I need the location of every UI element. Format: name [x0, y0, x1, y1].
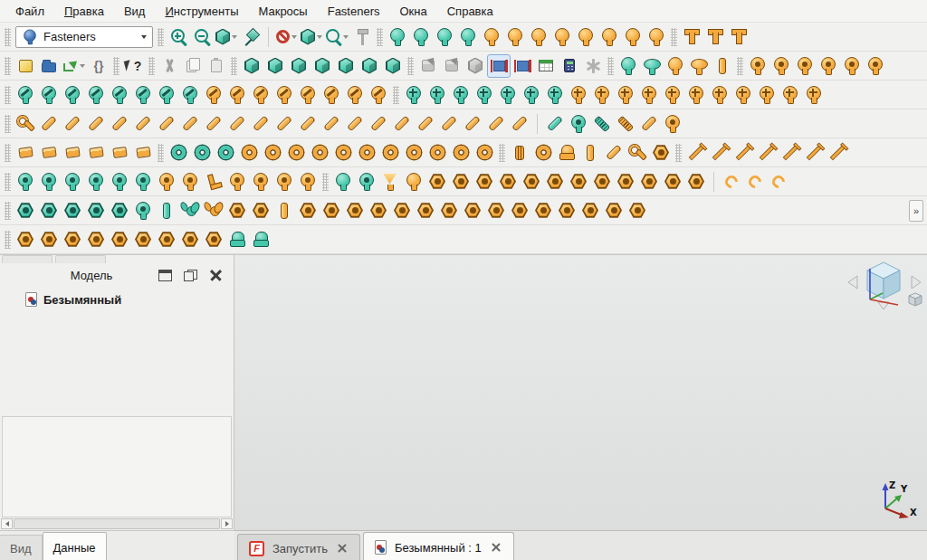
- rod-icon[interactable]: [711, 54, 734, 78]
- pin-icon[interactable]: [37, 112, 61, 136]
- nail-icon[interactable]: [731, 141, 755, 165]
- washer-icon[interactable]: [308, 141, 331, 165]
- nut-icon[interactable]: [414, 199, 437, 223]
- toolbar-drag-handle[interactable]: [231, 57, 237, 75]
- nut-icon[interactable]: [37, 228, 61, 252]
- dome-icon[interactable]: [456, 25, 480, 49]
- nut-icon[interactable]: [84, 228, 108, 252]
- slot-icon[interactable]: [178, 83, 202, 107]
- washer-icon[interactable]: [425, 141, 449, 165]
- nut-icon[interactable]: [649, 141, 673, 165]
- toolbar-drag-handle[interactable]: [5, 115, 11, 133]
- nail-icon[interactable]: [684, 141, 708, 165]
- socket-icon[interactable]: [108, 170, 131, 194]
- pin-icon[interactable]: [155, 112, 178, 136]
- toolbar-drag-handle[interactable]: [393, 86, 399, 104]
- cube-icon[interactable]: [287, 54, 311, 78]
- cube-icon[interactable]: [240, 54, 263, 78]
- nail-icon[interactable]: [802, 141, 826, 165]
- socket-icon[interactable]: [817, 54, 840, 78]
- washer-icon[interactable]: [190, 141, 214, 165]
- slot-icon[interactable]: [202, 83, 225, 107]
- tree-item-document[interactable]: Безымянный: [25, 292, 234, 307]
- newdoc-icon[interactable]: [14, 54, 37, 78]
- socket-icon[interactable]: [661, 112, 684, 136]
- block-icon[interactable]: [84, 141, 108, 165]
- move-icon[interactable]: [416, 54, 440, 78]
- document-tab-unnamed[interactable]: Безымянный : 1: [363, 532, 514, 560]
- cross-icon[interactable]: [590, 83, 614, 107]
- cross-icon[interactable]: [449, 83, 473, 107]
- caliper-icon[interactable]: [350, 25, 374, 49]
- socket-icon[interactable]: [296, 170, 320, 194]
- nut-icon[interactable]: [61, 199, 84, 223]
- 3d-viewport[interactable]: Z Y X: [234, 255, 927, 530]
- socket-icon[interactable]: [840, 54, 864, 78]
- nut-icon[interactable]: [437, 199, 461, 223]
- toolbar-drag-handle[interactable]: [5, 173, 11, 191]
- nut-icon[interactable]: [108, 199, 131, 223]
- cross-icon[interactable]: [473, 83, 496, 107]
- tee-icon[interactable]: [727, 25, 750, 49]
- nut-icon[interactable]: [425, 170, 449, 194]
- toolbar-drag-handle[interactable]: [5, 231, 11, 249]
- cube-icon[interactable]: [311, 54, 334, 78]
- menu-edit[interactable]: Правка: [54, 2, 114, 21]
- cross-icon[interactable]: [755, 83, 779, 107]
- pin-icon[interactable]: [637, 112, 661, 136]
- pin-icon[interactable]: [461, 112, 484, 136]
- socket-icon[interactable]: [793, 54, 817, 78]
- cross-icon[interactable]: [802, 83, 826, 107]
- circlip-icon[interactable]: [743, 170, 767, 194]
- block-icon[interactable]: [61, 141, 84, 165]
- cut-icon[interactable]: [158, 54, 181, 78]
- pin-icon[interactable]: [437, 112, 461, 136]
- dome-icon[interactable]: [621, 25, 645, 49]
- folder-icon[interactable]: [37, 54, 61, 78]
- pin-icon[interactable]: [108, 112, 131, 136]
- cube-icon[interactable]: [358, 54, 381, 78]
- toolbar-drag-handle[interactable]: [322, 173, 329, 191]
- paste-icon[interactable]: [205, 54, 228, 78]
- workbench-selector[interactable]: Fasteners: [15, 26, 153, 48]
- nut-icon[interactable]: [178, 228, 202, 252]
- pin-icon[interactable]: [414, 112, 437, 136]
- cross-icon[interactable]: [402, 83, 425, 107]
- calc-icon[interactable]: [558, 54, 581, 78]
- nut-icon[interactable]: [84, 199, 108, 223]
- washer-icon[interactable]: [214, 141, 237, 165]
- wide-icon[interactable]: [640, 54, 664, 78]
- star-icon[interactable]: [581, 54, 605, 78]
- slot-icon[interactable]: [343, 83, 367, 107]
- align-icon[interactable]: [487, 54, 511, 78]
- toolbar-drag-handle[interactable]: [377, 28, 383, 46]
- pin-icon[interactable]: [602, 141, 626, 165]
- nut-icon[interactable]: [14, 199, 37, 223]
- nut-icon[interactable]: [614, 170, 637, 194]
- nut-icon[interactable]: [367, 199, 390, 223]
- slot-icon[interactable]: [108, 83, 131, 107]
- slot-icon[interactable]: [37, 83, 61, 107]
- dome-icon[interactable]: [409, 25, 433, 49]
- scroll-right-button[interactable]: [221, 518, 233, 529]
- socket-icon[interactable]: [155, 170, 178, 194]
- tee-icon[interactable]: [680, 25, 703, 49]
- nut-icon[interactable]: [484, 199, 508, 223]
- zoomout-icon[interactable]: [190, 25, 214, 49]
- block-icon[interactable]: [131, 141, 155, 165]
- washer-icon[interactable]: [355, 141, 378, 165]
- navcube-body[interactable]: [867, 262, 900, 299]
- socket-icon[interactable]: [61, 170, 84, 194]
- nut-icon[interactable]: [249, 199, 272, 223]
- pin-icon[interactable]: [508, 112, 531, 136]
- magsel-icon[interactable]: [324, 25, 350, 49]
- menu-windows[interactable]: Окна: [390, 2, 437, 21]
- washer-icon[interactable]: [167, 141, 190, 165]
- nut-icon[interactable]: [390, 199, 414, 223]
- cone-icon[interactable]: [378, 170, 402, 194]
- toolbar-drag-handle[interactable]: [113, 57, 119, 75]
- nut-icon[interactable]: [508, 199, 531, 223]
- wide-icon[interactable]: [687, 54, 711, 78]
- slot-icon[interactable]: [155, 83, 178, 107]
- pin-icon[interactable]: [84, 112, 108, 136]
